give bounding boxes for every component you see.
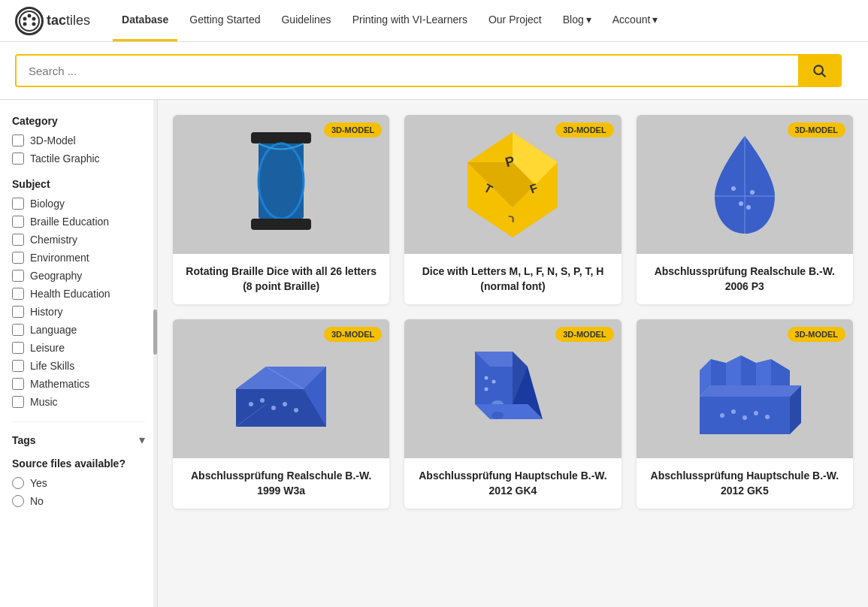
checkbox-life-skills[interactable] [12, 360, 24, 372]
filter-3d-model[interactable]: 3D-Model [12, 134, 145, 146]
product-card-4[interactable]: 3D-MODEL [404, 319, 621, 509]
checkbox-chemistry[interactable] [12, 234, 24, 246]
svg-marker-53 [756, 359, 771, 385]
filter-braille-education[interactable]: Braille Education [12, 216, 145, 228]
filter-leisure[interactable]: Leisure [12, 342, 145, 354]
svg-point-44 [492, 379, 496, 383]
product-grid: 3D-MODEL Rotating Braille Dice with all … [173, 115, 853, 509]
filter-music[interactable]: Music [12, 396, 145, 408]
product-title-4: Abschlussprüfung Hauptschule B.-W. 2012 … [413, 469, 612, 498]
filter-biology[interactable]: Biology [12, 198, 145, 210]
filter-life-skills[interactable]: Life Skills [12, 360, 145, 372]
sidebar: Category 3D-Model Tactile Graphic Subjec… [0, 100, 158, 607]
product-image-4: 3D-MODEL [404, 319, 621, 458]
svg-marker-51 [726, 355, 741, 385]
checkbox-tactile-graphic[interactable] [12, 153, 24, 165]
chevron-down-icon[interactable]: ▾ [139, 433, 145, 447]
filter-health-education[interactable]: Health Education [12, 288, 145, 300]
checkbox-leisure[interactable] [12, 342, 24, 354]
logo-circle [15, 7, 44, 35]
product-card-1[interactable]: 3D-MODEL P T F ר Dice with Letters M, L [404, 115, 621, 304]
radio-source-no[interactable] [12, 495, 24, 507]
source-no[interactable]: No [12, 495, 145, 507]
chevron-down-icon: ▾ [652, 14, 658, 26]
svg-point-3 [32, 17, 36, 20]
search-icon [812, 63, 827, 78]
subject-section: Subject Biology Braille Education Chemis… [12, 178, 145, 408]
search-input[interactable] [17, 56, 798, 86]
svg-text:ר: ר [508, 212, 514, 225]
product-body-2: Abschlussprüfung Realschule B.-W. 2006 P… [637, 254, 853, 304]
svg-point-21 [731, 186, 736, 191]
search-bar [15, 54, 842, 87]
product-title-3: Abschlussprüfung Realschule B.-W. 1999 W… [182, 469, 380, 498]
nav-printing[interactable]: Printing with VI-Learners [343, 0, 476, 41]
source-files-title: Source files available? [12, 458, 145, 470]
checkbox-geography[interactable] [12, 270, 24, 282]
filter-environment[interactable]: Environment [12, 252, 145, 264]
tags-title: Tags [12, 434, 36, 446]
svg-point-58 [754, 411, 758, 415]
checkbox-history[interactable] [12, 306, 24, 318]
product-badge-4: 3D-MODEL [555, 327, 613, 342]
category-title: Category [12, 115, 145, 127]
product-body-0: Rotating Braille Dice with all 26 letter… [173, 254, 389, 304]
nav-database[interactable]: Database [113, 0, 177, 41]
svg-point-1 [23, 17, 27, 20]
svg-point-4 [23, 22, 27, 26]
chevron-down-icon: ▾ [586, 14, 591, 26]
search-bar-container [0, 42, 868, 100]
nav-getting-started[interactable]: Getting Started [180, 0, 269, 41]
filter-language[interactable]: Language [12, 324, 145, 336]
filter-geography[interactable]: Geography [12, 270, 145, 282]
checkbox-3d-model[interactable] [12, 134, 24, 146]
sidebar-scrollbar-thumb[interactable] [153, 310, 157, 355]
nav-blog[interactable]: Blog ▾ [554, 0, 600, 41]
tags-header: Tags ▾ [12, 433, 145, 447]
svg-marker-47 [700, 385, 801, 397]
product-image-5: 3D-MODEL [637, 319, 853, 458]
svg-rect-11 [251, 219, 311, 230]
filter-history[interactable]: History [12, 306, 145, 318]
checkbox-health-education[interactable] [12, 288, 24, 300]
logo[interactable]: tactiles [15, 7, 90, 35]
main-layout: Category 3D-Model Tactile Graphic Subjec… [0, 100, 868, 607]
product-card-3[interactable]: 3D-MODEL [173, 319, 389, 509]
svg-point-23 [750, 190, 755, 195]
product-badge-1: 3D-MODEL [555, 122, 613, 137]
nav-our-project[interactable]: Our Project [479, 0, 551, 41]
product-shape-box [221, 329, 341, 449]
svg-marker-52 [741, 355, 756, 385]
nav-account[interactable]: Account ▾ [603, 0, 667, 41]
checkbox-music[interactable] [12, 396, 24, 408]
sidebar-scrollbar-track[interactable] [153, 100, 157, 607]
checkbox-environment[interactable] [12, 252, 24, 264]
product-image-2: 3D-MODEL [637, 115, 853, 254]
subject-title: Subject [12, 178, 145, 190]
product-card-2[interactable]: 3D-MODEL Abschlussprüfung Realschul [637, 115, 853, 304]
svg-point-33 [283, 402, 287, 406]
svg-point-59 [765, 415, 770, 419]
product-badge-3: 3D-MODEL [324, 327, 382, 342]
product-image-3: 3D-MODEL [173, 319, 389, 458]
filter-chemistry[interactable]: Chemistry [12, 234, 145, 246]
svg-point-30 [249, 402, 253, 406]
product-card-5[interactable]: 3D-MODEL [637, 319, 853, 509]
filter-mathematics[interactable]: Mathematics [12, 378, 145, 390]
checkbox-mathematics[interactable] [12, 378, 24, 390]
product-shape-dice: P T F ר [460, 125, 565, 245]
svg-point-22 [739, 201, 743, 206]
source-yes[interactable]: Yes [12, 477, 145, 489]
checkbox-language[interactable] [12, 324, 24, 336]
product-body-3: Abschlussprüfung Realschule B.-W. 1999 W… [173, 458, 389, 509]
checkbox-biology[interactable] [12, 198, 24, 210]
search-button[interactable] [798, 56, 840, 86]
filter-tactile-graphic[interactable]: Tactile Graphic [12, 153, 145, 165]
checkbox-braille-education[interactable] [12, 216, 24, 228]
nav-guidelines[interactable]: Guidelines [272, 0, 340, 41]
product-card-0[interactable]: 3D-MODEL Rotating Braille Dice with all … [173, 115, 389, 304]
source-files-section: Source files available? Yes No [12, 458, 145, 507]
svg-rect-8 [251, 132, 311, 143]
radio-source-yes[interactable] [12, 477, 24, 489]
product-shape-seat [452, 329, 573, 449]
